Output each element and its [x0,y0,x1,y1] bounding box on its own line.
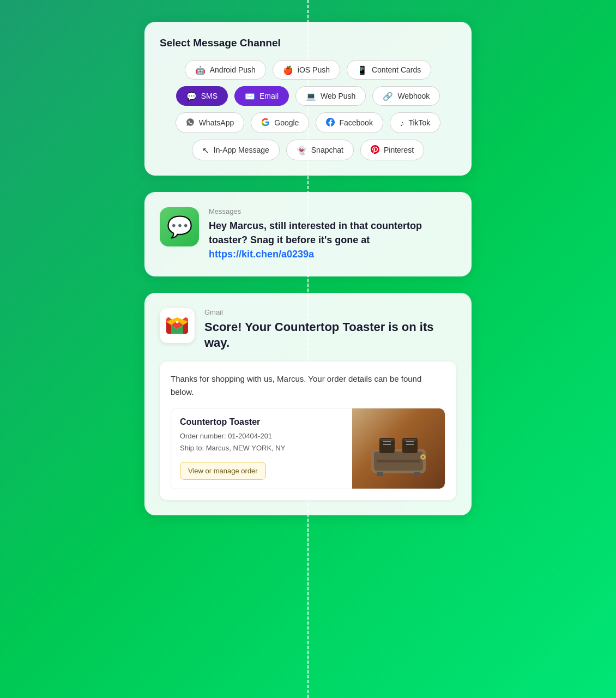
sms-icon: 💬 [186,92,197,100]
order-details: Countertop Toaster Order number: 01-2040… [171,408,445,489]
svg-point-13 [422,456,424,458]
view-manage-order-button[interactable]: View or manage order [180,462,266,480]
svg-rect-10 [377,472,383,476]
tiktok-button[interactable]: ♪ TikTok [390,112,440,133]
order-number: Order number: 01-20404-201 Ship to: Marc… [180,430,336,454]
svg-rect-7 [403,439,416,441]
gmail-subject: Score! Your Countertop Toaster is on its… [204,320,456,351]
web-push-label: Web Push [321,92,355,100]
pinterest-label: Pinterest [384,146,414,154]
content-cards-button[interactable]: 📱 Content Cards [347,60,431,80]
email-icon: ✉️ [245,92,255,100]
tiktok-label: TikTok [408,118,430,127]
android-icon: 🤖 [195,66,206,74]
gmail-intro-text: Thanks for shopping with us, Marcus. You… [171,372,445,398]
snapchat-button[interactable]: 👻 Snapchat [286,140,354,160]
google-label: Google [274,118,299,127]
channel-card-title: Select Message Channel [160,37,456,49]
svg-rect-6 [381,439,394,441]
messages-label: Messages [209,207,456,215]
facebook-button[interactable]: Facebook [316,112,383,133]
channels-grid: 🤖 Android Push 🍎 iOS Push 📱 Content Card… [160,60,456,160]
ios-push-button[interactable]: 🍎 iOS Push [273,60,340,80]
gmail-app-icon [160,308,195,343]
in-app-message-button[interactable]: ↖ In-App Message [192,140,280,160]
gmail-header: Gmail Score! Your Countertop Toaster is … [160,308,456,351]
sms-button[interactable]: 💬 SMS [176,86,228,106]
order-info: Countertop Toaster Order number: 01-2040… [171,408,345,489]
svg-rect-8 [377,460,420,462]
tiktok-icon: ♪ [400,119,404,127]
content-cards-label: Content Cards [372,65,421,74]
ios-push-label: iOS Push [298,65,330,74]
channel-row-4: ↖ In-App Message 👻 Snapchat Pinterest [160,140,456,160]
pinterest-icon [371,145,379,155]
sms-label: SMS [201,92,218,100]
link-icon: 🔗 [383,92,393,100]
monitor-icon: 💻 [306,92,316,100]
email-label: Email [259,92,279,100]
apple-icon: 🍎 [283,66,293,74]
order-product-image [352,408,445,489]
snapchat-label: Snapchat [311,146,343,154]
snapchat-icon: 👻 [297,146,307,154]
whatsapp-label: WhatsApp [199,118,234,127]
gmail-card: Gmail Score! Your Countertop Toaster is … [144,293,472,515]
messages-link[interactable]: https://kit.chen/a0239a [209,249,314,260]
android-push-button[interactable]: 🤖 Android Push [185,60,266,80]
webhook-label: Webhook [397,92,430,100]
messages-content: Messages Hey Marcus, still interested in… [209,207,456,261]
messages-card: 💬 Messages Hey Marcus, still interested … [144,192,472,276]
order-product-title: Countertop Toaster [180,417,336,427]
facebook-icon [326,118,335,128]
gmail-body-card: Thanks for shopping with us, Marcus. You… [160,362,456,500]
messages-text: Hey Marcus, still interested in that cou… [209,219,456,261]
whatsapp-icon [186,118,195,128]
android-push-label: Android Push [210,65,256,74]
chat-bubble-icon: 💬 [167,215,192,239]
messages-app-icon: 💬 [160,207,199,246]
channel-row-2: 💬 SMS ✉️ Email 💻 Web Push 🔗 Webhook [160,86,456,106]
webhook-button[interactable]: 🔗 Webhook [372,86,440,106]
gmail-label: Gmail [204,308,456,316]
whatsapp-button[interactable]: WhatsApp [176,112,245,133]
gmail-subject-wrap: Gmail Score! Your Countertop Toaster is … [204,308,456,351]
pinterest-button[interactable]: Pinterest [360,140,424,160]
card-icon: 📱 [357,66,367,74]
google-button[interactable]: Google [251,112,309,133]
svg-rect-11 [414,472,420,476]
content-wrapper: Select Message Channel 🤖 Android Push 🍎 … [144,22,472,515]
channel-row-1: 🤖 Android Push 🍎 iOS Push 📱 Content Card… [160,60,456,80]
in-app-message-label: In-App Message [214,146,269,154]
messages-body-text: Hey Marcus, still interested in that cou… [209,220,422,245]
facebook-label: Facebook [339,118,372,127]
channel-selector-card: Select Message Channel 🤖 Android Push 🍎 … [144,22,472,176]
channel-row-3: WhatsApp Google [160,112,456,133]
cursor-icon: ↖ [202,146,209,154]
web-push-button[interactable]: 💻 Web Push [295,86,366,106]
email-button[interactable]: ✉️ Email [234,86,289,106]
google-icon [261,118,270,128]
